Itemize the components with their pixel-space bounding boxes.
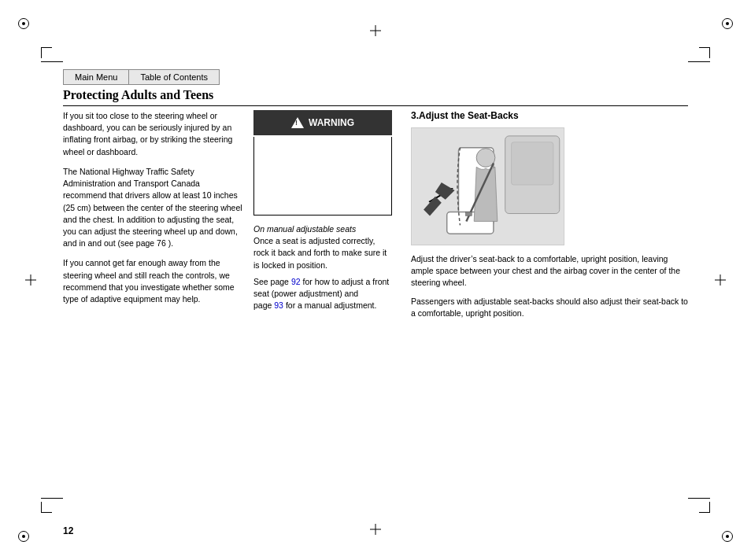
page-ref-93[interactable]: 93	[274, 300, 283, 310]
corner-mark-br	[699, 502, 710, 513]
right-para-1: Adjust the driver’s seat-back to a comfo…	[411, 253, 688, 289]
crosshair-left	[25, 274, 36, 286]
left-para-1: If you sit too close to the steering whe…	[63, 110, 244, 158]
page-number: 12	[63, 525, 73, 536]
table-of-contents-button[interactable]: Table of Contents	[128, 69, 220, 85]
registration-mark-bl	[17, 530, 30, 543]
trim-line-bl	[41, 498, 63, 499]
right-text: Adjust the driver’s seat-back to a comfo…	[411, 253, 688, 319]
right-column: 3.Adjust the Seat-Backs	[401, 110, 688, 513]
corner-mark-tr	[699, 47, 710, 58]
warning-content-box	[253, 137, 392, 216]
warning-box: WARNING	[253, 110, 392, 135]
registration-mark-tl	[17, 17, 30, 30]
page-ref-92[interactable]: 92	[291, 277, 301, 286]
right-para-2: Passengers with adjustable seat-backs sh…	[411, 296, 688, 319]
left-column: If you sit too close to the steering whe…	[63, 110, 244, 513]
warning-triangle-icon	[291, 117, 304, 128]
svg-rect-8	[465, 212, 472, 216]
corner-mark-tl	[41, 47, 52, 58]
content-area: If you sit too close to the steering whe…	[63, 110, 688, 513]
trim-line-br	[688, 498, 710, 499]
left-para-2: The National Highway Traffic Safety Admi…	[63, 166, 244, 250]
trim-line-tl	[41, 61, 63, 62]
middle-para-2: See page 92 for how to adjust a front se…	[253, 276, 392, 312]
seat-illustration	[411, 127, 564, 245]
crosshair-bottom	[370, 524, 381, 535]
middle-text: On manual adjustable seats Once a seat i…	[253, 223, 392, 312]
middle-column: WARNING On manual adjustable seats Once …	[244, 110, 401, 513]
registration-mark-tr	[721, 17, 734, 30]
seat-svg	[412, 128, 564, 245]
trim-line-tr	[688, 61, 710, 62]
page-title-section: Protecting Adults and Teens	[63, 88, 688, 106]
crosshair-right	[715, 274, 726, 286]
warning-label: WARNING	[309, 117, 354, 128]
corner-mark-bl	[41, 502, 52, 513]
svg-rect-2	[512, 142, 553, 185]
main-menu-button[interactable]: Main Menu	[63, 69, 128, 85]
warning-caption: On manual adjustable seats Once a seat i…	[253, 223, 392, 271]
nav-bar: Main Menu Table of Contents	[63, 69, 220, 85]
page-title: Protecting Adults and Teens	[63, 88, 688, 102]
crosshair-top	[370, 25, 381, 36]
registration-mark-br	[721, 530, 734, 543]
section-heading: 3.Adjust the Seat-Backs	[411, 110, 688, 121]
left-para-3: If you cannot get far enough away from t…	[63, 257, 244, 305]
